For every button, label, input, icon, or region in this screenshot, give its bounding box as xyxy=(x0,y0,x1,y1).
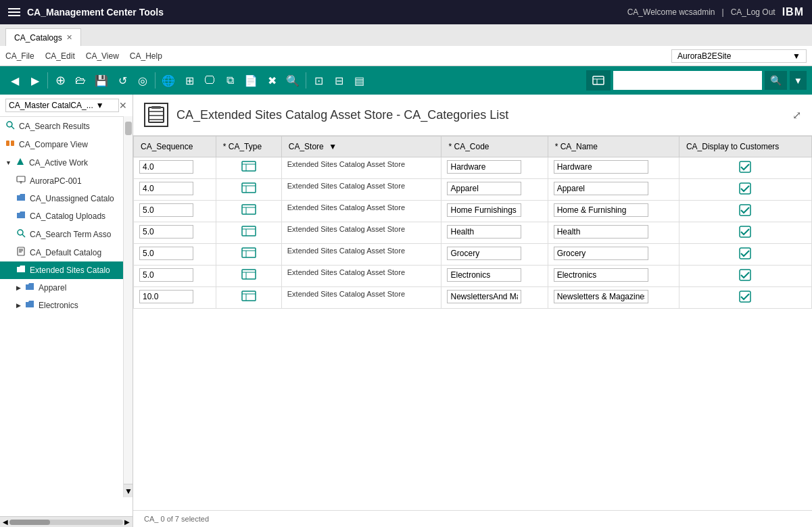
sidebar-dropdown[interactable]: CA_Master CatalCA_... ▼ xyxy=(5,99,119,112)
svg-rect-6 xyxy=(11,141,14,146)
menu-file[interactable]: CA_File xyxy=(5,51,34,61)
cell-display-0 xyxy=(679,157,811,179)
store-selector[interactable]: AuroraB2ESite ▼ xyxy=(671,49,807,63)
sidebar-item-electronics[interactable]: ▶ Electronics xyxy=(0,297,123,314)
logout-link[interactable]: CA_Log Out xyxy=(731,7,775,17)
search-small-button[interactable]: 🔍 xyxy=(283,70,303,91)
table-row: Extended Sites Catalog Asset Store xyxy=(134,179,812,201)
input-name-5[interactable] xyxy=(554,268,648,282)
hscroll-left[interactable]: ◀ xyxy=(3,518,8,526)
add-button[interactable]: ⊕ xyxy=(51,70,70,91)
view-button3[interactable]: ▤ xyxy=(350,70,368,91)
cell-sequence-5 xyxy=(134,266,216,287)
toolbar-dropdown-button[interactable]: ▼ xyxy=(790,71,807,90)
input-code-6[interactable] xyxy=(447,290,521,303)
input-sequence-1[interactable] xyxy=(139,182,193,195)
view-button2[interactable]: ⊟ xyxy=(329,70,348,91)
input-code-5[interactable] xyxy=(447,268,521,282)
close-button[interactable]: ✖ xyxy=(262,70,281,91)
type-icon xyxy=(241,182,256,194)
catalogs-tab[interactable]: CA_Catalogs ✕ xyxy=(5,28,81,46)
toolbar-icon-btn[interactable] xyxy=(586,70,611,91)
cell-name-3 xyxy=(548,222,679,244)
store-filter-icon[interactable]: ▼ xyxy=(329,142,337,151)
cell-sequence-0 xyxy=(134,157,216,179)
sidebar-close-icon[interactable]: ✕ xyxy=(119,100,127,111)
monitor-button[interactable]: 🖵 xyxy=(200,70,219,91)
content-area: CA_Extended Sites Catalog Asset Store - … xyxy=(133,95,812,527)
input-sequence-6[interactable] xyxy=(139,290,193,303)
folder-button[interactable]: 🗁 xyxy=(71,70,90,91)
input-name-4[interactable] xyxy=(554,247,648,260)
back-button[interactable]: ◀ xyxy=(5,70,24,91)
checkbox-checked-icon[interactable] xyxy=(738,203,752,217)
sidebar-label-aurora: AuroraPC-001 xyxy=(30,176,82,186)
sidebar-item-unassigned[interactable]: CA_Unassigned Catalo xyxy=(0,190,123,207)
toolbar-search-button[interactable]: 🔍 xyxy=(765,71,787,90)
menu-help[interactable]: CA_Help xyxy=(130,51,162,61)
input-name-6[interactable] xyxy=(554,290,648,303)
pipe-separator: | xyxy=(722,7,724,17)
circle-button[interactable]: ◎ xyxy=(133,70,152,91)
sidebar-item-active-work[interactable]: ▼ CA_Active Work xyxy=(0,153,123,172)
input-code-4[interactable] xyxy=(447,247,521,260)
cell-code-2 xyxy=(441,201,548,222)
sidebar-item-extended-sites[interactable]: Extended Sites Catalo xyxy=(0,261,123,279)
sidebar-vscrollbar[interactable]: ▼ xyxy=(123,116,133,497)
input-code-0[interactable] xyxy=(447,160,521,174)
input-sequence-2[interactable] xyxy=(139,203,193,217)
cell-code-5 xyxy=(441,266,548,287)
sidebar-dropdown-arrow: ▼ xyxy=(96,101,104,110)
save-button[interactable]: 💾 xyxy=(91,70,112,91)
compare-icon xyxy=(5,139,15,150)
input-code-2[interactable] xyxy=(447,203,521,217)
sidebar-item-aurora-pc[interactable]: AuroraPC-001 xyxy=(0,172,123,190)
sidebar-item-default-catalog[interactable]: CA_Default Catalog xyxy=(0,243,123,261)
expand-icon[interactable]: ⤢ xyxy=(792,109,801,122)
checkbox-checked-icon[interactable] xyxy=(738,225,752,239)
hscroll-thumb[interactable] xyxy=(9,520,50,525)
page-button[interactable]: 📄 xyxy=(241,70,261,91)
grid-button[interactable]: ⊞ xyxy=(180,70,199,91)
hamburger-menu[interactable] xyxy=(8,8,20,16)
forward-button[interactable]: ▶ xyxy=(26,70,45,91)
sidebar-item-catalog-uploads[interactable]: CA_Catalog Uploads xyxy=(0,207,123,225)
cell-sequence-6 xyxy=(134,287,216,309)
checkbox-checked-icon[interactable] xyxy=(738,290,752,303)
hscroll-track[interactable] xyxy=(9,520,123,525)
input-sequence-4[interactable] xyxy=(139,247,193,260)
input-sequence-0[interactable] xyxy=(139,160,193,174)
input-code-1[interactable] xyxy=(447,182,521,195)
menu-view[interactable]: CA_View xyxy=(86,51,119,61)
input-name-2[interactable] xyxy=(554,203,648,217)
copy-button[interactable]: ⧉ xyxy=(220,70,239,91)
content-header: CA_Extended Sites Catalog Asset Store - … xyxy=(133,95,812,136)
checkbox-checked-icon[interactable] xyxy=(738,182,752,195)
checkbox-checked-icon[interactable] xyxy=(738,160,752,174)
sidebar-item-search-results[interactable]: CA_Search Results xyxy=(0,117,123,135)
sidebar-item-compare-view[interactable]: CA_Compare View xyxy=(0,135,123,153)
sidebar-hscrollbar[interactable]: ◀ ▶ xyxy=(0,516,133,527)
input-sequence-3[interactable] xyxy=(139,225,193,239)
checkbox-checked-icon[interactable] xyxy=(738,247,752,260)
checkbox-checked-icon[interactable] xyxy=(738,268,752,282)
hscroll-right[interactable]: ▶ xyxy=(124,518,130,526)
input-name-1[interactable] xyxy=(554,182,648,195)
input-sequence-5[interactable] xyxy=(139,268,193,282)
sidebar-item-apparel[interactable]: ▶ Apparel xyxy=(0,279,123,297)
sidebar-label-electronics: Electronics xyxy=(39,301,78,310)
input-code-3[interactable] xyxy=(447,225,521,239)
globe-button[interactable]: 🌐 xyxy=(158,70,178,91)
header-right: CA_Welcome wcsadmin | CA_Log Out IBM xyxy=(627,6,804,18)
folder-blue-icon xyxy=(16,193,26,204)
sidebar-scroll-down[interactable]: ▼ xyxy=(124,484,133,497)
active-work-icon xyxy=(16,157,25,168)
input-name-0[interactable] xyxy=(554,160,648,174)
menu-edit[interactable]: CA_Edit xyxy=(45,51,75,61)
refresh-button[interactable]: ↺ xyxy=(113,70,132,91)
tab-close-icon[interactable]: ✕ xyxy=(66,33,72,42)
toolbar-search-input[interactable] xyxy=(613,71,762,90)
view-button1[interactable]: ⊡ xyxy=(309,70,328,91)
input-name-3[interactable] xyxy=(554,225,648,239)
sidebar-item-search-term[interactable]: CA_Search Term Asso xyxy=(0,225,123,243)
